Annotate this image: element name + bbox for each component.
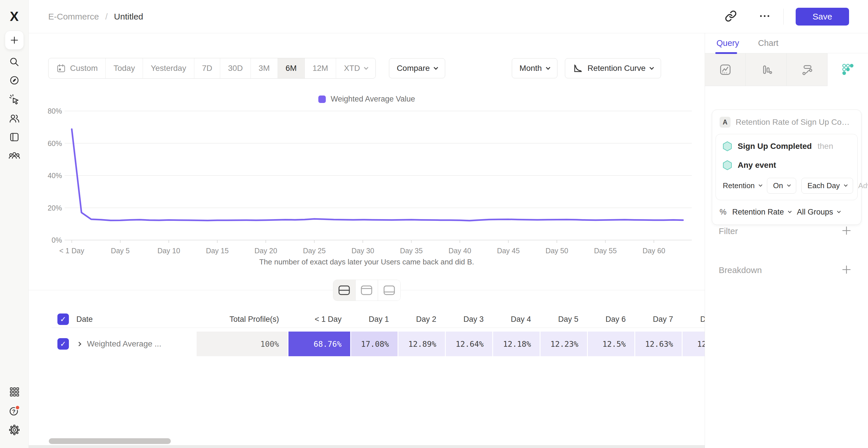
retention-cell-0[interactable]: 100% <box>196 332 288 356</box>
breadcrumb-page-title[interactable]: Untitled <box>114 12 143 22</box>
event-row-a[interactable]: Sign Up Completed then <box>716 137 857 156</box>
query-title-row: A Retention Rate of Sign Up Compl... <box>716 115 858 134</box>
retention-cell-6[interactable]: 12.23% <box>539 332 587 356</box>
range-custom-button[interactable]: Custom <box>49 58 105 78</box>
users-icon <box>8 112 20 125</box>
retention-cell-3[interactable]: 12.89% <box>398 332 445 356</box>
plus-icon <box>842 226 851 236</box>
header-divider <box>783 9 784 25</box>
layout-table-button[interactable] <box>378 280 400 301</box>
breakdown-section: Breakdown <box>719 262 851 279</box>
add-filter-button[interactable] <box>842 226 851 237</box>
retention-chart[interactable]: 0%20%40%60%80%< 1 DayDay 5Day 10Day 15Da… <box>40 104 694 276</box>
event-row-b[interactable]: Any event <box>716 156 857 174</box>
svg-text:Day 60: Day 60 <box>642 247 665 255</box>
filter-label: Filter <box>719 226 738 236</box>
community-button[interactable] <box>8 150 20 162</box>
chart-type-button[interactable]: Retention Curve <box>565 58 661 78</box>
column-header-10[interactable]: Day 8 <box>682 311 705 328</box>
groups-dropdown[interactable]: All Groups <box>797 208 840 216</box>
measure-dropdown[interactable]: Retention <box>723 181 762 190</box>
cursor-click-icon <box>8 94 20 106</box>
layout-split-button[interactable] <box>333 280 355 301</box>
retention-cell-9[interactable]: 12.4% <box>682 332 705 356</box>
create-new-button[interactable] <box>5 31 24 49</box>
retention-cell-1[interactable]: 68.76% <box>288 332 350 356</box>
help-button[interactable]: ? <box>8 405 20 417</box>
more-options-button[interactable] <box>758 10 771 23</box>
event-hexagon-icon <box>723 160 732 170</box>
column-header-8[interactable]: Day 6 <box>587 311 634 328</box>
range-3m-button[interactable]: 3M <box>251 58 278 78</box>
link-icon <box>725 10 737 22</box>
events-button[interactable] <box>8 94 20 106</box>
on-dropdown[interactable]: On <box>767 178 796 194</box>
mixpanel-logo-icon[interactable]: X <box>10 9 19 24</box>
column-header-5[interactable]: Day 3 <box>445 311 492 328</box>
range-7d-button[interactable]: 7D <box>194 58 220 78</box>
funnel-bars-icon <box>760 63 772 76</box>
viz-retention-tab[interactable] <box>828 53 868 86</box>
discover-button[interactable] <box>9 75 20 86</box>
viz-insights-tab[interactable] <box>705 53 746 86</box>
users-button[interactable] <box>8 112 20 125</box>
svg-text:Day 5: Day 5 <box>111 247 129 255</box>
range-6m-button[interactable]: 6M <box>278 58 305 78</box>
range-xtd-button[interactable]: XTD <box>336 58 375 78</box>
row-checkbox[interactable]: ✓ <box>57 338 69 350</box>
retention-cell-7[interactable]: 12.5% <box>587 332 634 356</box>
directory-button[interactable] <box>9 131 20 143</box>
date-range-group: CustomTodayYesterday7D30D3M6M12MXTD <box>48 58 376 78</box>
column-header-3[interactable]: Day 1 <box>350 311 398 328</box>
search-button[interactable] <box>9 56 20 68</box>
query-title[interactable]: Retention Rate of Sign Up Compl... <box>736 117 854 127</box>
save-button[interactable]: Save <box>796 8 849 26</box>
range-30d-button[interactable]: 30D <box>220 58 251 78</box>
compare-button[interactable]: Compare <box>389 58 445 78</box>
breadcrumb-project[interactable]: E-Commerce <box>48 12 99 22</box>
plus-icon <box>842 265 851 274</box>
retention-cell-5[interactable]: 12.18% <box>492 332 539 356</box>
add-breakdown-button[interactable] <box>842 265 851 276</box>
interval-dropdown[interactable]: Each Day <box>801 178 853 194</box>
column-header-6[interactable]: Day 4 <box>492 311 539 328</box>
column-header-9[interactable]: Day 7 <box>634 311 682 328</box>
column-header-2[interactable]: < 1 Day <box>288 311 350 328</box>
column-header-1[interactable]: Total Profile(s) <box>196 311 288 328</box>
top-actions: Save <box>725 8 849 26</box>
help-icon: ? <box>8 405 20 417</box>
chart-legend[interactable]: Weighted Average Value <box>29 95 705 104</box>
retention-cell-4[interactable]: 12.64% <box>445 332 492 356</box>
range-12m-button[interactable]: 12M <box>305 58 336 78</box>
tab-chart[interactable]: Chart <box>758 38 778 48</box>
horizontal-scrollbar[interactable] <box>49 438 171 444</box>
column-header-0[interactable]: ✓Date <box>52 311 196 328</box>
apps-button[interactable] <box>9 386 20 398</box>
svg-text:Day 20: Day 20 <box>254 247 277 255</box>
viz-funnels-tab[interactable] <box>746 53 786 86</box>
expand-row-icon[interactable] <box>77 342 82 346</box>
copy-link-button[interactable] <box>725 10 737 23</box>
column-header-4[interactable]: Day 2 <box>398 311 445 328</box>
select-all-checkbox[interactable]: ✓ <box>57 313 69 325</box>
table-data-row[interactable]: ✓Weighted Average ...100%68.76%17.08%12.… <box>52 332 705 356</box>
retention-cell-8[interactable]: 12.63% <box>634 332 682 356</box>
metric-dropdown[interactable]: Retention Rate <box>732 208 791 216</box>
granularity-button[interactable]: Month <box>512 58 557 78</box>
layout-chart-button[interactable] <box>355 280 378 301</box>
chevron-down-icon <box>546 65 550 70</box>
retention-curve-icon <box>572 63 583 73</box>
event-hexagon-icon <box>723 141 732 151</box>
svg-text:Day 35: Day 35 <box>400 247 423 255</box>
breakdown-label: Breakdown <box>719 265 762 275</box>
range-today-button[interactable]: Today <box>105 58 143 78</box>
range-yesterday-button[interactable]: Yesterday <box>143 58 194 78</box>
row-label-cell[interactable]: ✓Weighted Average ... <box>52 332 196 356</box>
series-badge: A <box>720 117 731 128</box>
advanced-dropdown[interactable]: Adv... <box>858 181 868 190</box>
column-header-7[interactable]: Day 5 <box>539 311 587 328</box>
viz-flows-tab[interactable] <box>787 53 828 86</box>
retention-cell-2[interactable]: 17.08% <box>350 332 398 356</box>
tab-query[interactable]: Query <box>716 38 739 48</box>
settings-button[interactable] <box>8 424 20 436</box>
